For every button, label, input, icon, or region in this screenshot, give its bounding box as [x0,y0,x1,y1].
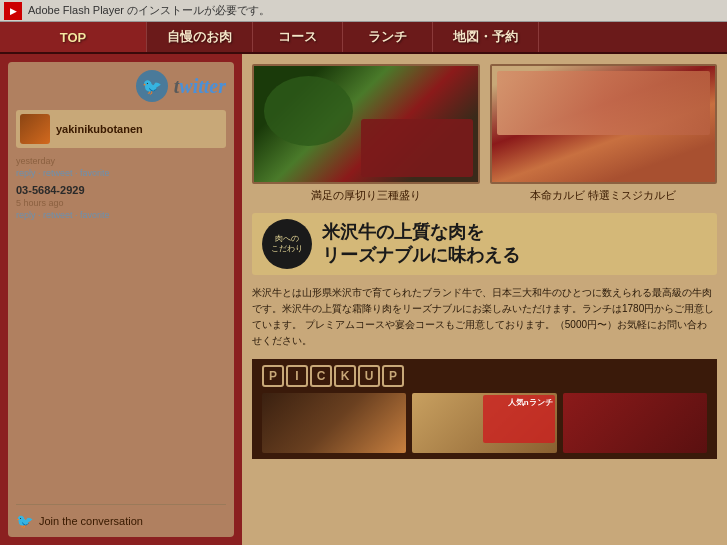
pickup-image-1[interactable] [262,393,406,453]
flash-icon [4,2,22,20]
twitter-post-1: yesterday reply · retweet · favorite [16,156,226,178]
twitter-username: yakinikubotanen [56,123,143,135]
post1-actions[interactable]: reply · retweet · favorite [16,168,226,178]
beef-description: 米沢牛とは山形県米沢市で育てられたブランド牛で、日本三大和牛のひとつに数えられる… [252,285,717,349]
nav-meat[interactable]: 自慢のお肉 [147,22,253,52]
beef-banner: 肉へのこだわり 米沢牛の上質な肉を リーズナブルに味わえる [252,213,717,275]
pickup-letter-c: C [310,365,332,387]
pickup-letter-p2: P [382,365,404,387]
food-image-2 [490,64,718,184]
twitter-bird-icon [136,70,168,102]
avatar [20,114,50,144]
badge-text: 肉へのこだわり [271,234,303,253]
pickup-letter-p: P [262,365,284,387]
twitter-footer: 🐦 Join the conversation [16,504,226,529]
food-caption-1: 満足の厚切り三種盛り [311,188,421,203]
pickup-header: P I C K U P [262,365,707,387]
twitter-header: twitter [16,70,226,102]
main-content: twitter yakinikubotanen yesterday reply … [0,54,727,545]
nav-course[interactable]: コース [253,22,343,52]
food-caption-2: 本命カルビ 特選ミスジカルビ [530,188,676,203]
food-image-1 [252,64,480,184]
pickup-letter-i: I [286,365,308,387]
pickup-title: P I C K U P [262,365,404,387]
pickup-letter-u: U [358,365,380,387]
pickup-image-2[interactable] [412,393,556,453]
pickup-image-3[interactable] [563,393,707,453]
post2-actions[interactable]: reply · retweet · favorite [16,210,226,220]
join-conversation-text[interactable]: Join the conversation [39,515,143,527]
food-card-2: 本命カルビ 特選ミスジカルビ [490,64,718,203]
twitter-user-info[interactable]: yakinikubotanen [16,110,226,148]
main-panel: 満足の厚切り三種盛り 本命カルビ 特選ミスジカルビ 肉へのこだわり 米沢牛の上質… [242,54,727,545]
twitter-footer-bird-icon: 🐦 [16,513,33,529]
food-images-row: 満足の厚切り三種盛り 本命カルビ 特選ミスジカルビ [252,64,717,203]
pickup-letter-k: K [334,365,356,387]
pickup-images [262,393,707,453]
food-card-1: 満足の厚切り三種盛り [252,64,480,203]
navigation: TOP 自慢のお肉 コース ランチ 地図・予約 [0,22,727,54]
flash-banner-text: Adobe Flash Player のインストールが必要です。 [28,3,270,18]
twitter-widget: twitter yakinikubotanen yesterday reply … [8,62,234,537]
post1-meta: yesterday [16,156,226,166]
nav-top[interactable]: TOP [0,22,147,52]
flash-banner: Adobe Flash Player のインストールが必要です。 [0,0,727,22]
twitter-logo: twitter [174,75,226,98]
sidebar: twitter yakinikubotanen yesterday reply … [0,54,242,545]
kodawari-badge: 肉へのこだわり [262,219,312,269]
nav-lunch[interactable]: ランチ [343,22,433,52]
beef-title: 米沢牛の上質な肉を リーズナブルに味わえる [322,221,520,268]
beef-title-line2: リーズナブルに味わえる [322,244,520,267]
twitter-post-2: 03-5684-2929 5 hours ago reply · retweet… [16,184,226,220]
phone-number: 03-5684-2929 [16,184,226,196]
beef-title-line1: 米沢牛の上質な肉を [322,221,520,244]
post2-meta: 5 hours ago [16,198,226,208]
pickup-section: P I C K U P [252,359,717,459]
nav-map[interactable]: 地図・予約 [433,22,539,52]
